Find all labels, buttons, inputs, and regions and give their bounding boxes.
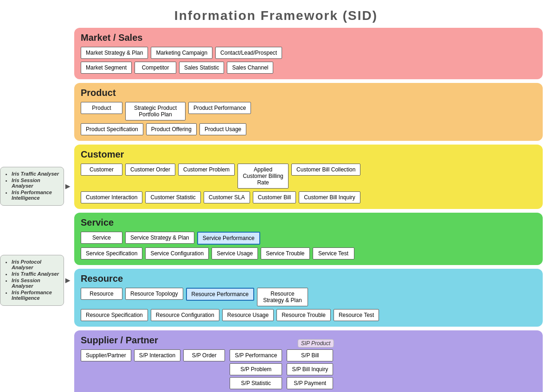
box-sales-statistic: Sales Statistic [179,62,224,74]
product-title: Product [81,88,536,98]
resource-section: Resource Resource Resource Topology Reso… [74,269,543,327]
box-resource-usage: Resource Usage [222,309,274,321]
box-customer-sla: Customer SLA [204,191,250,203]
service-section: Service Service Service Strategy & Plan … [74,213,543,265]
customer-title: Customer [81,149,536,160]
box-product-usage: Product Usage [199,123,246,135]
market-title: Market / Sales [81,32,536,43]
box-service-performance: Service Performance [197,232,260,245]
box-product-performance: Product Performance [188,102,251,114]
box-competitor: Competitor [135,62,176,74]
box-market-segment: Market Segment [81,62,132,74]
page-title: Information Framework (SID) [0,0,552,28]
box-sales-channel: Sales Channel [227,62,273,74]
box-sp-statistic: S/P Statistic [230,377,282,389]
box-sp-order: S/P Order [183,349,225,361]
market-section: Market / Sales Market Strategy & Plan Ma… [74,28,543,79]
box-service-test: Service Test [313,247,354,259]
box-customer-problem: Customer Problem [178,164,235,176]
box-sp-payment: S/P Payment [287,377,333,389]
sidebar-resource: Iris Protocol Analyser Iris Traffic Anal… [0,255,64,306]
supplier-section: Supplier / Partner Supplier/Partner S/P … [74,330,543,392]
box-resource-trouble: Resource Trouble [276,309,331,321]
box-market-strategy: Market Strategy & Plan [81,47,148,59]
box-supplier-partner: Supplier/Partner [81,349,131,361]
box-resource: Resource [81,288,122,300]
box-resource-performance: Resource Performance [186,288,254,301]
box-customer-interaction: Customer Interaction [81,191,142,203]
box-contact-lead: Contact/Lead/Prospect [215,47,282,59]
box-customer-statistic: Customer Statistic [145,191,200,203]
box-applied-billing: Applied Customer Billing Rate [237,164,289,189]
box-customer: Customer [81,164,122,176]
resource-title: Resource [81,273,536,284]
box-service-trouble: Service Trouble [261,247,309,259]
box-sp-performance: S/P Performance [230,349,282,361]
box-service-configuration: Service Configuration [145,247,209,259]
box-service: Service [81,232,122,244]
box-product-specification: Product Specification [81,123,143,135]
box-service-usage: Service Usage [212,247,258,259]
box-marketing-campaign: Marketing Campaign [151,47,212,59]
box-service-specification: Service Specification [81,247,142,259]
service-title: Service [81,217,536,228]
box-customer-bill: Customer Bill [253,191,296,203]
box-resource-specification: Resource Specification [81,309,148,321]
box-sp-problem: S/P Problem [230,363,282,375]
product-section: Product Product Strategic Product Portfo… [74,83,543,141]
box-resource-test: Resource Test [334,309,379,321]
box-resource-topology: Resource Topology [125,288,183,300]
box-customer-bill-inquiry: Customer Bill Inquiry [299,191,360,203]
box-sp-bill: S/P Bill [287,349,333,361]
box-sp-interaction: S/P Interaction [134,349,181,361]
box-customer-bill-collection: Customer Bill Collection [291,164,360,176]
box-service-strategy: Service Strategy & Plan [125,232,194,244]
box-customer-order: Customer Order [125,164,175,176]
box-sp-bill-inquiry: S/P Bill Inquiry [287,363,333,375]
box-resource-strategy: Resource Strategy & Plan [257,288,308,306]
box-strategic-product: Strategic Product Portfolio Plan [125,102,186,120]
box-product-offering: Product Offering [146,123,197,135]
sidebar-customer: Iris Traffic Analyser Iris Session Analy… [0,167,64,206]
sip-product-label: SIP Product [298,339,334,348]
customer-section: Customer Customer Customer Order Custome… [74,145,543,209]
box-resource-configuration: Resource Configuration [151,309,219,321]
box-product: Product [81,102,122,114]
